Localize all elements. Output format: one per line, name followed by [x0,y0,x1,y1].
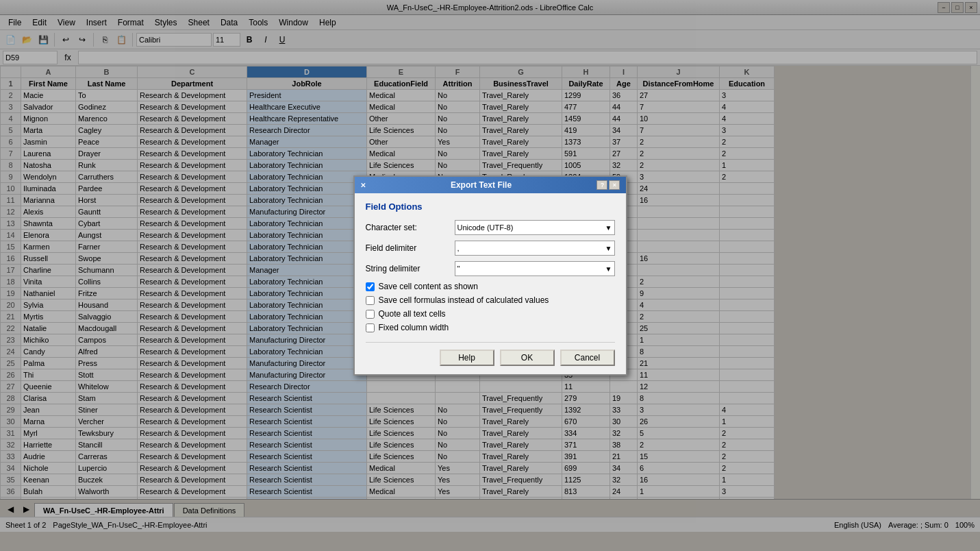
checkbox-cb2[interactable] [366,296,375,305]
export-dialog: ✕ Export Text File ? × Field Options Cha… [353,175,627,376]
string-delimiter-label: String delimiter [366,264,455,273]
string-delimiter-select[interactable]: " ▼ [455,261,615,276]
dialog-titlebar: ✕ Export Text File ? × [355,177,626,193]
field-delimiter-arrow: ▼ [605,245,612,252]
character-set-value: Unicode (UTF-8) [457,223,514,232]
checkbox-label-cb4: Fixed column width [379,323,449,332]
dialog-title-text: Export Text File [451,180,512,190]
checkbox-cb1[interactable] [366,282,375,291]
checkbox-row-cb1: Save cell content as shown [366,282,615,291]
character-set-row: Character set: Unicode (UTF-8) ▼ [366,220,615,235]
dialog-close-btn[interactable]: × [609,180,620,190]
field-delimiter-label: Field delimiter [366,243,455,253]
dialog-subtitle: Field Options [366,201,615,212]
dialog-help-btn[interactable]: ? [596,180,607,190]
checkbox-row-cb2: Save cell formulas instead of calculated… [366,295,615,305]
checkbox-row-cb4: Fixed column width [366,323,615,332]
modal-overlay: ✕ Export Text File ? × Field Options Cha… [0,0,980,551]
field-delimiter-value: , [457,244,460,252]
help-button[interactable]: Help [440,350,494,366]
checkbox-label-cb1: Save cell content as shown [379,282,478,291]
checkbox-label-cb3: Quote all text cells [379,309,446,319]
character-set-arrow: ▼ [605,224,612,232]
string-delimiter-row: String delimiter " ▼ [366,261,615,276]
dialog-content: Field Options Character set: Unicode (UT… [355,193,626,374]
field-delimiter-select[interactable]: , ▼ [455,241,615,256]
checkboxes-section: Save cell content as shownSave cell form… [366,282,615,332]
checkbox-row-cb3: Quote all text cells [366,309,615,319]
character-set-label: Character set: [366,223,455,232]
string-delimiter-value: " [457,265,460,273]
character-set-select[interactable]: Unicode (UTF-8) ▼ [455,220,615,235]
dialog-close-x[interactable]: ✕ [360,182,366,189]
checkbox-cb4[interactable] [366,323,375,332]
checkbox-label-cb2: Save cell formulas instead of calculated… [379,295,549,305]
checkbox-cb3[interactable] [366,310,375,319]
cancel-button[interactable]: Cancel [560,350,615,366]
dialog-controls: ? × [596,180,620,190]
ok-button[interactable]: OK [500,350,555,366]
string-delimiter-arrow: ▼ [605,265,612,273]
dialog-buttons: Help OK Cancel [366,342,615,366]
field-delimiter-row: Field delimiter , ▼ [366,241,615,256]
